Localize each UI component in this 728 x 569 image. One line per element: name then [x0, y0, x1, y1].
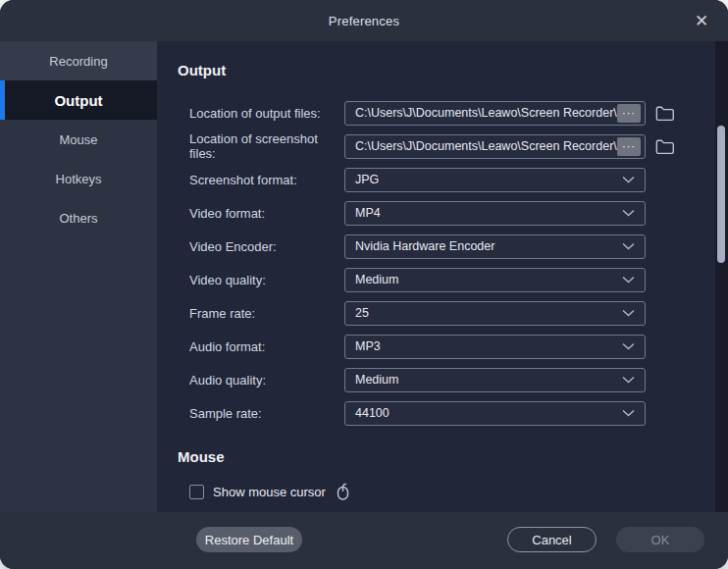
open-folder-button[interactable] [654, 103, 676, 123]
sidebar-item-output[interactable]: Output [0, 80, 157, 120]
chevron-down-icon [622, 276, 635, 284]
video-encoder-select[interactable]: Nvidia Hardware Encoder [344, 234, 646, 259]
sidebar-item-mouse[interactable]: Mouse [0, 120, 157, 159]
sample-rate-select[interactable]: 44100 [344, 401, 646, 426]
mouse-section-heading: Mouse [178, 447, 728, 467]
output-section-heading: Output [178, 61, 728, 80]
show-mouse-cursor-row: Show mouse cursor [189, 483, 728, 500]
video-quality-row: Video quality: Medium [157, 263, 728, 296]
select-value: Nvidia Hardware Encoder [355, 239, 614, 253]
path-value: C:\Users\J\Documents\Leawo\Screen Record… [355, 139, 617, 153]
output-location-row: Location of output files: C:\Users\J\Doc… [157, 96, 728, 129]
field-label: Audio quality: [189, 373, 344, 388]
cancel-button[interactable]: Cancel [507, 527, 597, 552]
field-label: Frame rate: [189, 306, 344, 321]
field-label: Screenshot format: [189, 173, 344, 187]
field-label: Video quality: [189, 273, 344, 287]
select-value: Medium [355, 273, 614, 286]
dialog-title: Preferences [329, 14, 399, 28]
field-label: Sample rate: [189, 406, 344, 421]
footer-bar: Restore Default Cancel OK [0, 512, 728, 569]
scrollbar-track[interactable] [715, 41, 728, 512]
chevron-down-icon [622, 242, 635, 250]
chevron-down-icon [622, 409, 635, 417]
audio-format-row: Audio format: MP3 [157, 330, 728, 363]
sidebar-item-others[interactable]: Others [0, 198, 157, 237]
field-label: Video Encoder: [189, 239, 344, 254]
select-value: JPG [355, 173, 614, 186]
video-format-row: Video format: MP4 [157, 196, 728, 230]
sidebar-item-recording[interactable]: Recording [0, 41, 157, 80]
sidebar-item-hotkeys[interactable]: Hotkeys [0, 159, 157, 198]
select-value: MP4 [355, 206, 614, 220]
browse-ellipsis-button[interactable]: ··· [617, 104, 641, 123]
audio-quality-select[interactable]: Medium [344, 368, 646, 392]
output-location-input[interactable]: C:\Users\J\Documents\Leawo\Screen Record… [344, 101, 646, 126]
frame-rate-select[interactable]: 25 [344, 301, 646, 326]
checkbox-label: Show mouse cursor [213, 485, 326, 499]
close-icon[interactable]: ✕ [689, 8, 714, 33]
scrollbar-thumb[interactable] [717, 126, 725, 263]
video-encoder-row: Video Encoder: Nvidia Hardware Encoder [157, 230, 728, 263]
folder-icon [654, 136, 676, 156]
field-label: Video format: [189, 206, 344, 221]
titlebar: Preferences ✕ [0, 0, 728, 41]
restore-default-button[interactable]: Restore Default [196, 527, 302, 552]
screenshot-format-row: Screenshot format: JPG [157, 163, 728, 196]
chevron-down-icon [622, 376, 635, 384]
field-label: Location of output files: [189, 106, 344, 121]
chevron-down-icon [622, 209, 635, 217]
sidebar: Recording Output Mouse Hotkeys Others [0, 41, 157, 512]
screenshot-format-select[interactable]: JPG [344, 168, 646, 192]
frame-rate-row: Frame rate: 25 [157, 296, 728, 330]
preferences-dialog: Preferences ✕ Recording Output Mouse Hot… [0, 0, 728, 569]
audio-quality-row: Audio quality: Medium [157, 363, 728, 396]
ok-button[interactable]: OK [616, 527, 704, 552]
chevron-down-icon [622, 176, 635, 183]
settings-panel: Output Location of output files: C:\User… [157, 41, 728, 512]
show-mouse-cursor-checkbox[interactable] [189, 485, 204, 499]
chevron-down-icon [622, 342, 635, 350]
path-value: C:\Users\J\Documents\Leawo\Screen Record… [355, 106, 617, 120]
output-form: Location of output files: C:\Users\J\Doc… [157, 96, 728, 430]
mouse-icon [336, 483, 350, 500]
open-folder-button[interactable] [654, 136, 676, 156]
select-value: 44100 [355, 406, 614, 420]
select-value: Medium [355, 373, 614, 387]
select-value: MP3 [355, 339, 614, 353]
video-quality-select[interactable]: Medium [344, 268, 646, 292]
field-label: Audio format: [189, 339, 344, 354]
screenshot-location-row: Location of screenshot files: C:\Users\J… [157, 129, 728, 163]
sample-rate-row: Sample rate: 44100 [157, 396, 728, 430]
folder-icon [654, 103, 676, 123]
chevron-down-icon [622, 309, 635, 317]
screenshot-location-input[interactable]: C:\Users\J\Documents\Leawo\Screen Record… [344, 134, 646, 159]
select-value: 25 [355, 306, 614, 320]
browse-ellipsis-button[interactable]: ··· [617, 137, 641, 156]
field-label: Location of screenshot files: [189, 131, 344, 161]
audio-format-select[interactable]: MP3 [344, 335, 646, 359]
video-format-select[interactable]: MP4 [344, 201, 646, 226]
